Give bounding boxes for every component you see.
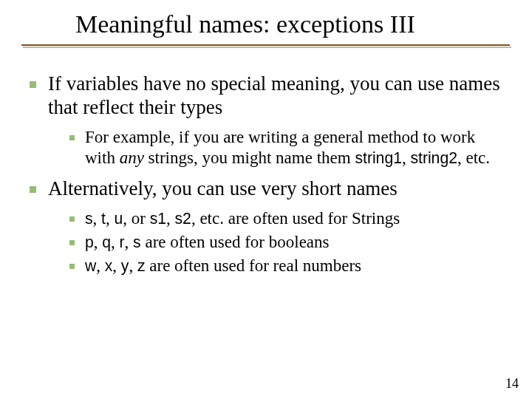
bullet-1-sub-1: For example, if you are writing a genera…: [69, 127, 505, 168]
text-run: ,: [94, 233, 103, 251]
bullet-1-sub-1-text: For example, if you are writing a genera…: [85, 127, 505, 168]
bullet-1-sublist: For example, if you are writing a genera…: [69, 127, 505, 168]
code-run: p: [85, 233, 94, 250]
square-bullet-icon: [30, 81, 36, 88]
text-run: , or: [123, 209, 149, 228]
text-run: are often used for booleans: [141, 233, 330, 251]
text-run: , etc.: [457, 149, 490, 167]
square-bullet-icon: [69, 135, 75, 140]
bullet-2-sub-3-text: w, x, y, z are often used for real numbe…: [85, 256, 361, 276]
text-run: ,: [106, 209, 115, 228]
title-wrap: Meaningful names: exceptions III: [75, 10, 510, 38]
code-run: z: [137, 257, 146, 274]
code-run: s: [85, 210, 93, 227]
text-run: ,: [93, 209, 102, 228]
bullet-2-sub-2: p, q, r, s are often used for booleans: [69, 232, 505, 253]
slide-title: Meaningful names: exceptions III: [75, 10, 510, 38]
text-run: ,: [402, 149, 411, 167]
italic-run: any: [120, 149, 144, 167]
bullet-2-sub-1-text: s, t, u, or s1, s2, etc. are often used …: [85, 208, 400, 229]
bullet-2-sub-2-text: p, q, r, s are often used for booleans: [85, 232, 330, 253]
code-run: s: [133, 233, 141, 250]
bullet-2-sub-3: w, x, y, z are often used for real numbe…: [69, 256, 505, 276]
page-number: 14: [505, 376, 519, 392]
code-run: u: [114, 210, 123, 227]
code-run: s1: [150, 210, 166, 227]
title-underline: [21, 44, 510, 46]
bullet-1-text: If variables have no special meaning, yo…: [48, 72, 505, 120]
code-run: string2: [410, 149, 457, 166]
code-run: x: [105, 257, 113, 274]
title-underline-shadow: [23, 47, 511, 48]
slide: Meaningful names: exceptions III If vari…: [0, 0, 532, 399]
code-run: w: [85, 257, 96, 274]
square-bullet-icon: [69, 264, 75, 269]
square-bullet-icon: [69, 240, 75, 245]
slide-body: If variables have no special meaning, yo…: [30, 66, 505, 285]
text-run: ,: [96, 256, 105, 275]
code-run: r: [120, 233, 125, 250]
bullet-2-text: Alternatively, you can use very short na…: [48, 177, 398, 201]
code-run: string1: [355, 149, 402, 166]
code-run: y: [121, 257, 129, 274]
bullet-2-sublist: s, t, u, or s1, s2, etc. are often used …: [69, 208, 505, 276]
text-run: are often used for real numbers: [146, 256, 362, 275]
bullet-2: Alternatively, you can use very short na…: [30, 177, 505, 276]
text-run: strings, you might name them: [144, 149, 355, 167]
bullet-1: If variables have no special meaning, yo…: [30, 72, 505, 168]
square-bullet-icon: [69, 216, 75, 222]
text-run: ,: [166, 209, 175, 228]
bullet-2-sub-1: s, t, u, or s1, s2, etc. are often used …: [69, 208, 505, 229]
code-run: s2: [175, 210, 191, 227]
square-bullet-icon: [30, 186, 36, 193]
text-run: ,: [129, 256, 137, 275]
text-run: , etc. are often used for Strings: [191, 209, 400, 228]
text-run: ,: [111, 233, 120, 251]
text-run: ,: [125, 233, 134, 251]
code-run: q: [102, 233, 111, 250]
text-run: ,: [112, 256, 121, 275]
